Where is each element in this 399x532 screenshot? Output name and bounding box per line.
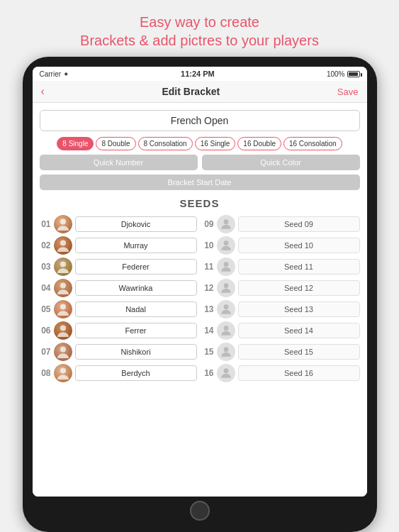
quick-color-button[interactable]: Quick Color bbox=[202, 155, 360, 170]
seed-num-12: 12 bbox=[203, 283, 214, 293]
header-line1: Easy way to create bbox=[80, 13, 319, 31]
seed-name-01[interactable]: Djokovic bbox=[75, 216, 197, 232]
seed-num-07: 07 bbox=[40, 347, 51, 357]
right-seeds-col: 09 Seed 09 10 Seed 10 11 Seed 11 bbox=[203, 215, 360, 382]
seed-row-06: 06 Ferrer bbox=[40, 321, 197, 340]
seed-row-03: 03 Federer bbox=[40, 257, 197, 276]
svg-point-13 bbox=[223, 326, 228, 331]
seed-row-07: 07 Nishikori bbox=[40, 343, 197, 361]
tab-row: 8 Single 8 Double 8 Consolation 16 Singl… bbox=[40, 137, 360, 150]
bracket-start-date-button[interactable]: Bracket Start Date bbox=[40, 174, 360, 190]
seed-name-05[interactable]: Nadal bbox=[75, 301, 197, 317]
seed-avatar-01[interactable] bbox=[54, 215, 72, 233]
svg-point-2 bbox=[60, 262, 66, 267]
seed-avatar-12[interactable] bbox=[217, 279, 235, 297]
save-button[interactable]: Save bbox=[337, 87, 359, 97]
battery-icon bbox=[347, 71, 360, 77]
tab-16-consolation[interactable]: 16 Consolation bbox=[283, 137, 342, 150]
home-button-wrap bbox=[190, 497, 210, 522]
content-area: 8 Single 8 Double 8 Consolation 16 Singl… bbox=[33, 103, 367, 497]
svg-point-6 bbox=[60, 347, 66, 353]
seed-num-15: 15 bbox=[203, 347, 214, 357]
seed-row-08: 08 Berdych bbox=[40, 364, 197, 382]
seed-num-03: 03 bbox=[40, 262, 51, 272]
seed-name-03[interactable]: Federer bbox=[75, 259, 197, 275]
seeds-title: SEEDS bbox=[40, 197, 360, 209]
seed-name-02[interactable]: Murray bbox=[75, 238, 197, 253]
seed-row-10: 10 Seed 10 bbox=[203, 236, 360, 255]
seed-name-04[interactable]: Wawrinka bbox=[75, 280, 197, 296]
seed-name-13[interactable]: Seed 13 bbox=[238, 301, 360, 317]
seed-name-10[interactable]: Seed 10 bbox=[238, 238, 360, 253]
seed-row-11: 11 Seed 11 bbox=[203, 257, 360, 276]
seeds-grid: 01 Djokovic 02 Murray 03 bbox=[40, 215, 360, 382]
seed-num-16: 16 bbox=[203, 368, 214, 378]
seed-row-01: 01 Djokovic bbox=[40, 215, 197, 233]
svg-point-5 bbox=[60, 326, 66, 331]
seed-avatar-04[interactable] bbox=[54, 279, 72, 297]
home-button[interactable] bbox=[190, 501, 210, 521]
nav-title: Edit Bracket bbox=[162, 86, 220, 97]
seed-avatar-03[interactable] bbox=[54, 257, 72, 276]
seed-row-13: 13 Seed 13 bbox=[203, 300, 360, 318]
svg-point-15 bbox=[223, 368, 228, 373]
carrier-text: Carrier ✦ bbox=[40, 70, 69, 78]
svg-point-10 bbox=[223, 262, 228, 267]
seed-avatar-07[interactable] bbox=[54, 343, 72, 361]
back-button[interactable]: ‹ bbox=[41, 85, 45, 98]
seed-num-10: 10 bbox=[203, 240, 214, 250]
quick-number-button[interactable]: Quick Number bbox=[40, 155, 198, 170]
seed-row-04: 04 Wawrinka bbox=[40, 279, 197, 297]
seed-name-16[interactable]: Seed 16 bbox=[238, 365, 360, 381]
seed-name-06[interactable]: Ferrer bbox=[75, 323, 197, 338]
seed-avatar-09[interactable] bbox=[217, 215, 235, 233]
seed-name-09[interactable]: Seed 09 bbox=[238, 216, 360, 232]
seed-avatar-08[interactable] bbox=[54, 364, 72, 382]
quick-row: Quick Number Quick Color bbox=[40, 155, 360, 170]
svg-point-11 bbox=[223, 283, 228, 288]
seed-name-14[interactable]: Seed 14 bbox=[238, 323, 360, 338]
seed-avatar-05[interactable] bbox=[54, 300, 72, 318]
tab-8-double[interactable]: 8 Double bbox=[96, 137, 135, 150]
svg-point-3 bbox=[60, 283, 66, 289]
tab-16-double[interactable]: 16 Double bbox=[237, 137, 281, 150]
svg-point-7 bbox=[60, 368, 66, 374]
seed-name-08[interactable]: Berdych bbox=[75, 365, 197, 381]
tab-16-single[interactable]: 16 Single bbox=[195, 137, 236, 150]
seed-avatar-06[interactable] bbox=[54, 321, 72, 340]
svg-point-8 bbox=[223, 219, 228, 224]
seed-avatar-10[interactable] bbox=[217, 236, 235, 255]
seed-avatar-14[interactable] bbox=[217, 321, 235, 340]
seed-row-12: 12 Seed 12 bbox=[203, 279, 360, 297]
seed-row-05: 05 Nadal bbox=[40, 300, 197, 318]
nav-bar: ‹ Edit Bracket Save bbox=[33, 81, 367, 103]
svg-point-9 bbox=[223, 240, 228, 245]
bracket-name-input[interactable] bbox=[40, 110, 360, 131]
app-header: Easy way to create Brackets & add pictre… bbox=[66, 0, 333, 57]
tab-8-single[interactable]: 8 Single bbox=[57, 137, 94, 150]
seed-avatar-16[interactable] bbox=[217, 364, 235, 382]
seed-num-06: 06 bbox=[40, 326, 51, 336]
seed-num-11: 11 bbox=[203, 262, 214, 272]
seed-row-14: 14 Seed 14 bbox=[203, 321, 360, 340]
seed-avatar-13[interactable] bbox=[217, 300, 235, 318]
tablet-screen: Carrier ✦ 11:24 PM 100% ‹ Edit Bracket S… bbox=[33, 67, 367, 497]
svg-point-1 bbox=[60, 240, 66, 246]
seed-name-11[interactable]: Seed 11 bbox=[238, 259, 360, 275]
svg-point-4 bbox=[60, 304, 66, 310]
svg-point-0 bbox=[60, 219, 66, 225]
seed-name-07[interactable]: Nishikori bbox=[75, 344, 197, 360]
seed-name-12[interactable]: Seed 12 bbox=[238, 280, 360, 296]
time-text: 11:24 PM bbox=[181, 70, 215, 78]
seed-avatar-11[interactable] bbox=[217, 257, 235, 276]
seed-avatar-15[interactable] bbox=[217, 343, 235, 361]
seed-name-15[interactable]: Seed 15 bbox=[238, 344, 360, 360]
left-seeds-col: 01 Djokovic 02 Murray 03 bbox=[40, 215, 197, 382]
status-bar: Carrier ✦ 11:24 PM 100% bbox=[33, 67, 367, 81]
seed-row-16: 16 Seed 16 bbox=[203, 364, 360, 382]
seed-row-09: 09 Seed 09 bbox=[203, 215, 360, 233]
battery-area: 100% bbox=[327, 70, 360, 78]
tablet-frame: Carrier ✦ 11:24 PM 100% ‹ Edit Bracket S… bbox=[23, 57, 377, 532]
tab-8-consolation[interactable]: 8 Consolation bbox=[138, 137, 193, 150]
seed-avatar-02[interactable] bbox=[54, 236, 72, 255]
